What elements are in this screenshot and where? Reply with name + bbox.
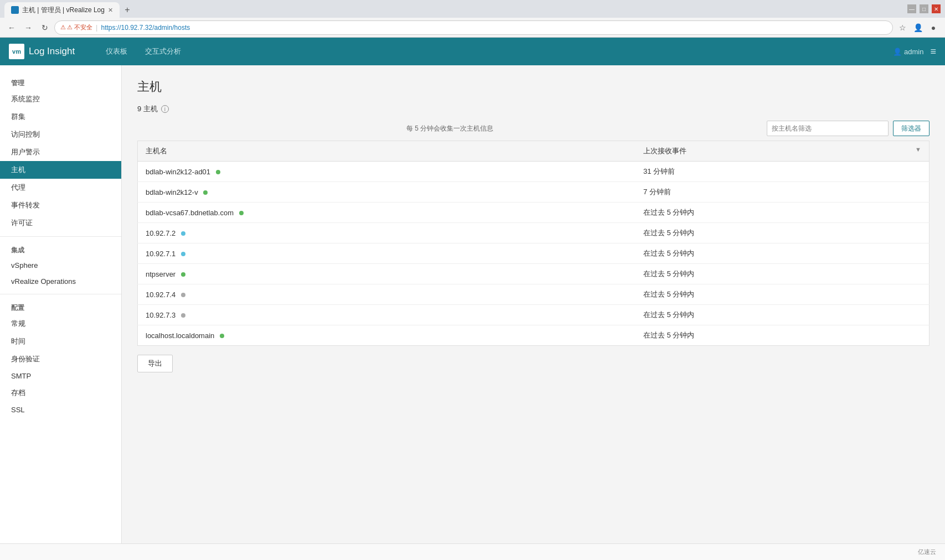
table-row: bdlab-win2k12-v 7 分钟前 bbox=[138, 182, 929, 203]
sidebar-item-ssl[interactable]: SSL bbox=[0, 402, 121, 418]
back-button[interactable]: ← bbox=[4, 20, 19, 35]
cell-last-event: 在过去 5 分钟内 bbox=[636, 243, 929, 264]
sidebar-item-system-monitor[interactable]: 系统监控 bbox=[0, 90, 121, 108]
sidebar-section-integration-title: 集成 bbox=[0, 241, 121, 257]
content-area: 主机 9 主机 i 每 5 分钟会收集一次主机信息 筛选器 主机名 上次接收事件… bbox=[122, 65, 945, 543]
host-status-dot bbox=[239, 211, 244, 215]
cell-hostname: 10.92.7.4 bbox=[138, 284, 636, 305]
sidebar: 管理 系统监控 群集 访问控制 用户警示 主机 代理 事件转发 许可证 集成 v… bbox=[0, 65, 122, 543]
new-tab-button[interactable]: + bbox=[120, 2, 135, 18]
address-url: https://10.92.7.32/admin/hosts bbox=[101, 24, 190, 32]
browser-chrome: 主机 | 管理员 | vRealize Log ✕ + — □ ✕ ← → ↻ … bbox=[0, 0, 945, 38]
browser-toolbar: ← → ↻ ⚠ ⚠ 不安全 | https://10.92.7.32/admin… bbox=[0, 18, 945, 38]
nav-item-dashboard[interactable]: 仪表板 bbox=[97, 38, 136, 65]
host-status-dot bbox=[181, 293, 185, 297]
admin-user-label[interactable]: 👤 admin bbox=[893, 48, 923, 56]
cell-last-event: 在过去 5 分钟内 bbox=[636, 223, 929, 243]
cell-last-event: 7 分钟前 bbox=[636, 182, 929, 203]
table-row: localhost.localdomain 在过去 5 分钟内 bbox=[138, 325, 929, 346]
address-bar[interactable]: ⚠ ⚠ 不安全 | https://10.92.7.32/admin/hosts bbox=[54, 20, 893, 35]
sidebar-item-general[interactable]: 常规 bbox=[0, 315, 121, 333]
sidebar-item-authentication[interactable]: 身份验证 bbox=[0, 350, 121, 368]
col-header-last-event[interactable]: 上次接收事件 ▼ bbox=[636, 141, 929, 162]
security-text: ⚠ 不安全 bbox=[67, 23, 92, 32]
hosts-count: 9 主机 bbox=[137, 104, 158, 114]
page-title: 主机 bbox=[137, 79, 929, 95]
sidebar-item-cluster[interactable]: 群集 bbox=[0, 108, 121, 126]
minimize-button[interactable]: — bbox=[907, 4, 916, 13]
sidebar-section-admin-title: 管理 bbox=[0, 74, 121, 90]
browser-tab-area: 主机 | 管理员 | vRealize Log ✕ + bbox=[4, 0, 135, 18]
table-row: ntpserver 在过去 5 分钟内 bbox=[138, 264, 929, 284]
window-controls: — □ ✕ bbox=[907, 4, 941, 13]
close-button[interactable]: ✕ bbox=[932, 4, 941, 13]
export-button[interactable]: 导出 bbox=[137, 355, 173, 372]
table-row: bdlab-win2k12-ad01 31 分钟前 bbox=[138, 162, 929, 182]
refresh-button[interactable]: ↻ bbox=[38, 20, 52, 35]
sidebar-item-agents[interactable]: 代理 bbox=[0, 179, 121, 196]
main-area: 管理 系统监控 群集 访问控制 用户警示 主机 代理 事件转发 许可证 集成 v… bbox=[0, 65, 945, 543]
extension-button[interactable]: ● bbox=[926, 20, 941, 35]
cell-last-event: 在过去 5 分钟内 bbox=[636, 203, 929, 223]
account-button[interactable]: 👤 bbox=[911, 20, 925, 35]
cell-hostname: ntpserver bbox=[138, 264, 636, 284]
sidebar-item-hosts[interactable]: 主机 bbox=[0, 161, 121, 179]
admin-name: admin bbox=[904, 48, 923, 56]
sidebar-item-vsphere[interactable]: vSphere bbox=[0, 257, 121, 273]
sidebar-item-user-alerts[interactable]: 用户警示 bbox=[0, 143, 121, 161]
bookmark-button[interactable]: ☆ bbox=[895, 20, 910, 35]
filter-row: 每 5 分钟会收集一次主机信息 筛选器 bbox=[137, 121, 929, 136]
cell-hostname: 10.92.7.3 bbox=[138, 305, 636, 325]
filter-button[interactable]: 筛选器 bbox=[893, 121, 929, 136]
sidebar-item-access-control[interactable]: 访问控制 bbox=[0, 126, 121, 143]
table-row: 10.92.7.1 在过去 5 分钟内 bbox=[138, 243, 929, 264]
cell-last-event: 31 分钟前 bbox=[636, 162, 929, 182]
host-status-dot bbox=[181, 231, 185, 236]
address-separator: | bbox=[96, 23, 97, 32]
browser-tab[interactable]: 主机 | 管理员 | vRealize Log ✕ bbox=[4, 2, 120, 18]
forward-button[interactable]: → bbox=[21, 20, 35, 35]
cell-hostname: 10.92.7.1 bbox=[138, 243, 636, 264]
vm-logo-icon: vm bbox=[9, 44, 24, 59]
cell-last-event: 在过去 5 分钟内 bbox=[636, 325, 929, 346]
bottom-bar: 亿速云 bbox=[0, 543, 945, 560]
host-status-dot bbox=[203, 190, 208, 195]
cell-hostname: localhost.localdomain bbox=[138, 325, 636, 346]
sidebar-item-smtp[interactable]: SMTP bbox=[0, 368, 121, 384]
info-icon[interactable]: i bbox=[161, 105, 169, 113]
cell-last-event: 在过去 5 分钟内 bbox=[636, 305, 929, 325]
warning-icon: ⚠ bbox=[60, 24, 66, 31]
sidebar-item-license[interactable]: 许可证 bbox=[0, 214, 121, 232]
browser-titlebar: 主机 | 管理员 | vRealize Log ✕ + — □ ✕ bbox=[0, 0, 945, 18]
top-nav: vm Log Insight 仪表板 交互式分析 👤 admin ≡ bbox=[0, 38, 945, 65]
person-icon: 👤 bbox=[893, 48, 902, 56]
filter-input[interactable] bbox=[767, 121, 889, 136]
nav-item-interactive-analysis[interactable]: 交互式分析 bbox=[136, 38, 190, 65]
sidebar-divider-1 bbox=[0, 236, 121, 237]
host-status-dot bbox=[216, 170, 220, 174]
host-status-dot bbox=[181, 313, 185, 318]
app-logo: vm Log Insight bbox=[9, 44, 75, 59]
host-status-dot bbox=[181, 272, 185, 277]
col-header-hostname[interactable]: 主机名 bbox=[138, 141, 636, 162]
tab-close-button[interactable]: ✕ bbox=[108, 7, 113, 14]
hamburger-menu-button[interactable]: ≡ bbox=[930, 46, 936, 58]
bottom-bar-text: 亿速云 bbox=[918, 548, 936, 556]
top-nav-items: 仪表板 交互式分析 bbox=[97, 38, 190, 65]
cell-last-event: 在过去 5 分钟内 bbox=[636, 284, 929, 305]
top-nav-right: 👤 admin ≡ bbox=[893, 46, 936, 58]
sidebar-item-vrealize-operations[interactable]: vRealize Operations bbox=[0, 273, 121, 289]
sidebar-item-archive[interactable]: 存档 bbox=[0, 384, 121, 402]
maximize-button[interactable]: □ bbox=[920, 4, 928, 13]
sidebar-item-time[interactable]: 时间 bbox=[0, 333, 121, 350]
sidebar-item-event-forwarding[interactable]: 事件转发 bbox=[0, 196, 121, 214]
table-row: 10.92.7.2 在过去 5 分钟内 bbox=[138, 223, 929, 243]
tab-favicon bbox=[11, 6, 19, 14]
table-row: 10.92.7.3 在过去 5 分钟内 bbox=[138, 305, 929, 325]
sidebar-section-config-title: 配置 bbox=[0, 299, 121, 315]
cell-last-event: 在过去 5 分钟内 bbox=[636, 264, 929, 284]
cell-hostname: bdlab-win2k12-ad01 bbox=[138, 162, 636, 182]
cell-hostname: bdlab-win2k12-v bbox=[138, 182, 636, 203]
hosts-table: 主机名 上次接收事件 ▼ bdlab-win2k12-ad01 31 分钟前 b… bbox=[137, 141, 929, 346]
hosts-count-row: 9 主机 i bbox=[137, 104, 929, 114]
